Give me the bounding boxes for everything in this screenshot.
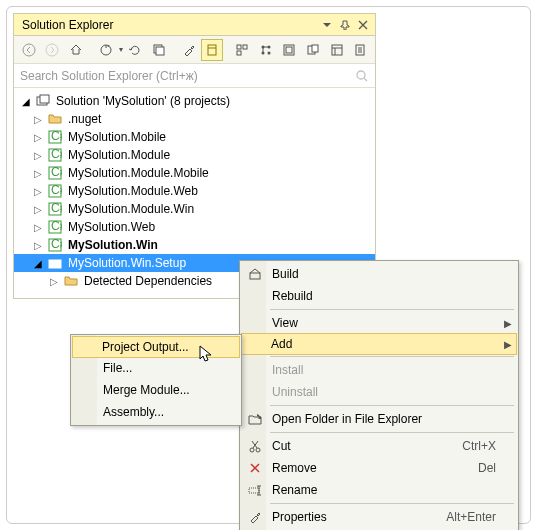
setup-project-icon [47, 255, 63, 271]
expand-icon[interactable]: ▷ [32, 222, 44, 233]
svg-point-1 [46, 44, 58, 56]
home-button[interactable] [65, 39, 87, 61]
properties-icon [246, 508, 264, 526]
properties-button[interactable] [178, 39, 200, 61]
window-position-icon[interactable] [319, 17, 335, 33]
svg-point-40 [256, 448, 260, 452]
svg-rect-36 [49, 260, 61, 268]
svg-rect-6 [237, 45, 241, 49]
svg-text:C#: C# [51, 202, 62, 215]
project-item[interactable]: ▷ C# MySolution.Module.Mobile [14, 164, 375, 182]
svg-rect-8 [237, 51, 241, 55]
svg-point-0 [23, 44, 35, 56]
csproj-icon: C# [47, 219, 63, 235]
toolbar-btn-c[interactable] [278, 39, 300, 61]
svg-rect-5 [208, 45, 216, 55]
project-item[interactable]: ▷ C# MySolution.Module.Web [14, 182, 375, 200]
expand-icon[interactable]: ▷ [32, 150, 44, 161]
submenu-merge-module[interactable]: Merge Module... [73, 379, 239, 401]
solution-label: Solution 'MySolution' (8 projects) [54, 94, 230, 108]
folder-icon [63, 273, 79, 289]
expand-icon[interactable]: ▷ [32, 114, 44, 125]
menu-rebuild[interactable]: Rebuild [242, 285, 516, 307]
toolbar-btn-a[interactable] [231, 39, 253, 61]
folder-icon [47, 111, 63, 127]
collapse-all-button[interactable] [148, 39, 170, 61]
project-item[interactable]: ▷ C# MySolution.Module.Win [14, 200, 375, 218]
svg-text:C#: C# [51, 130, 62, 143]
svg-point-19 [357, 71, 365, 79]
menu-uninstall: Uninstall [242, 381, 516, 403]
svg-text:C#: C# [51, 220, 62, 233]
menu-remove[interactable]: RemoveDel [242, 457, 516, 479]
search-bar[interactable]: Search Solution Explorer (Ctrl+ж) [14, 64, 375, 88]
menu-rename[interactable]: Rename [242, 479, 516, 501]
csproj-icon: C# [47, 183, 63, 199]
menu-cut[interactable]: CutCtrl+X [242, 435, 516, 457]
expand-icon[interactable]: ◢ [32, 258, 44, 269]
pin-icon[interactable] [337, 17, 353, 33]
svg-rect-17 [332, 45, 342, 55]
svg-rect-7 [243, 45, 247, 49]
csproj-icon: C# [47, 201, 63, 217]
close-icon[interactable] [355, 17, 371, 33]
panel-title: Solution Explorer [18, 18, 317, 32]
expand-icon[interactable]: ▷ [32, 186, 44, 197]
menu-open-folder[interactable]: Open Folder in File Explorer [242, 408, 516, 430]
expand-icon[interactable]: ▷ [32, 240, 44, 251]
expand-icon[interactable]: ▷ [48, 276, 60, 287]
svg-rect-41 [249, 488, 259, 493]
project-item[interactable]: ▷ C# MySolution.Module [14, 146, 375, 164]
mouse-cursor-icon [199, 345, 217, 363]
toolbar: ▾ [14, 36, 375, 64]
svg-text:C#: C# [51, 148, 62, 161]
back-button[interactable] [18, 39, 40, 61]
expand-icon[interactable]: ▷ [32, 204, 44, 215]
menu-view[interactable]: View▶ [242, 312, 516, 334]
remove-icon [246, 459, 264, 477]
expand-icon[interactable]: ▷ [32, 168, 44, 179]
search-placeholder: Search Solution Explorer (Ctrl+ж) [20, 69, 355, 83]
solution-icon [35, 93, 51, 109]
solution-explorer-panel: Solution Explorer ▾ Search Solution Expl… [13, 13, 376, 299]
svg-text:C#: C# [51, 238, 62, 251]
menu-add[interactable]: Add▶ [241, 333, 517, 355]
csproj-icon: C# [47, 147, 63, 163]
svg-point-12 [267, 51, 270, 54]
submenu-assembly[interactable]: Assembly... [73, 401, 239, 423]
svg-rect-38 [250, 273, 260, 279]
panel-titlebar: Solution Explorer [14, 14, 375, 36]
menu-properties[interactable]: PropertiesAlt+Enter [242, 506, 516, 528]
refresh-button[interactable] [125, 39, 147, 61]
project-item[interactable]: ▷ .nuget [14, 110, 375, 128]
csproj-icon: C# [47, 129, 63, 145]
menu-build[interactable]: Build [242, 263, 516, 285]
submenu-arrow-icon: ▶ [504, 318, 512, 329]
rename-icon [246, 481, 264, 499]
context-menu: Build Rebuild View▶ Add▶ Install Uninsta… [239, 260, 519, 530]
sync-button[interactable] [95, 39, 117, 61]
toolbar-btn-f[interactable] [349, 39, 371, 61]
show-all-files-button[interactable] [201, 39, 223, 61]
search-icon [355, 69, 369, 83]
project-item[interactable]: ▷ C# MySolution.Web [14, 218, 375, 236]
svg-rect-14 [286, 47, 292, 53]
solution-root[interactable]: ◢ Solution 'MySolution' (8 projects) [14, 92, 375, 110]
menu-install: Install [242, 359, 516, 381]
toolbar-btn-d[interactable] [302, 39, 324, 61]
svg-rect-16 [312, 45, 318, 52]
build-icon [246, 265, 264, 283]
svg-rect-4 [156, 47, 164, 55]
open-folder-icon [246, 410, 264, 428]
forward-button[interactable] [42, 39, 64, 61]
project-item[interactable]: ▷ C# MySolution.Win [14, 236, 375, 254]
project-item[interactable]: ▷ C# MySolution.Mobile [14, 128, 375, 146]
expand-icon[interactable]: ◢ [20, 96, 32, 107]
toolbar-btn-e[interactable] [326, 39, 348, 61]
cut-icon [246, 437, 264, 455]
svg-point-39 [250, 448, 254, 452]
svg-text:C#: C# [51, 166, 62, 179]
toolbar-btn-b[interactable] [255, 39, 277, 61]
expand-icon[interactable]: ▷ [32, 132, 44, 143]
csproj-icon: C# [47, 165, 63, 181]
